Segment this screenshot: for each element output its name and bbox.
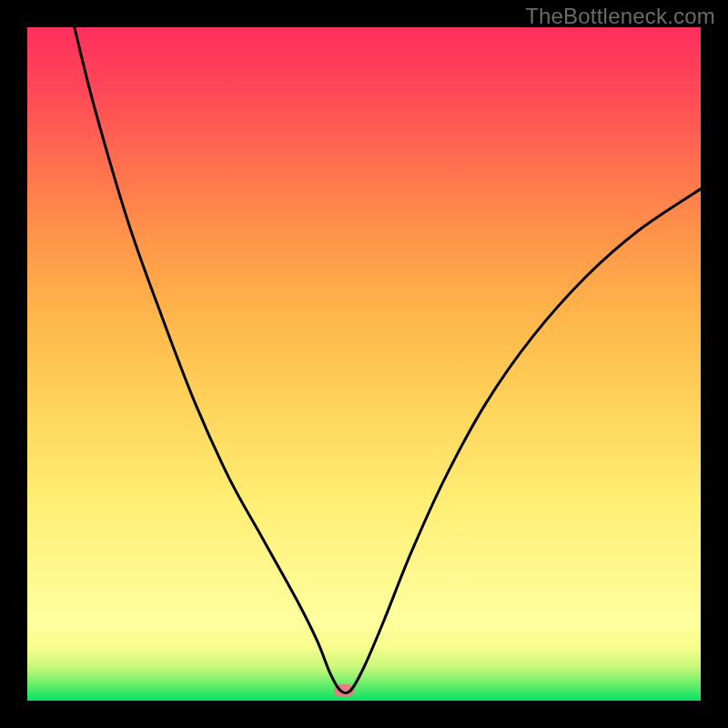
chart-frame: TheBottleneck.com: [0, 0, 728, 728]
plot-area: [27, 27, 701, 701]
curve-path: [75, 27, 701, 693]
bottleneck-curve: [27, 27, 701, 701]
watermark-text: TheBottleneck.com: [525, 4, 715, 29]
